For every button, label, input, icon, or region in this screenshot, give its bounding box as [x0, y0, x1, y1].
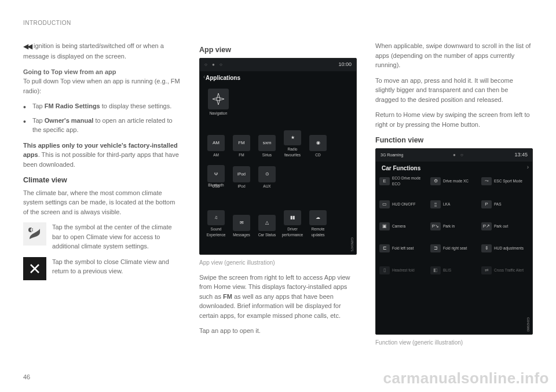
paragraph: The climate bar, where the most common c… — [23, 188, 181, 217]
func-headrest: ▯Headrest fold — [379, 266, 427, 274]
app-grid: Navigation — [204, 84, 352, 116]
column-3: When applicable, swipe downward to scrol… — [375, 41, 533, 353]
func-label: BLIS — [443, 268, 451, 273]
app-driver-perf: ▮▮Driver performance — [281, 210, 304, 238]
app-label: AUX — [263, 184, 270, 189]
cloud-icon: ☁ — [309, 210, 327, 226]
func-label: PAS — [494, 202, 502, 207]
status-bar: 3G Roaming ● ○ 13:45 — [376, 149, 532, 162]
app-sirius: sxmSirius — [255, 130, 279, 158]
func-row: EECO Drive mode ECO ⚙Drive mode XC ⤳ESC … — [379, 175, 529, 187]
app-am: AMAM — [204, 130, 228, 158]
text: ignition is being started/switched off o… — [23, 42, 164, 60]
image-code: G050471 — [349, 237, 354, 252]
func-label: Headrest fold — [392, 268, 415, 273]
subheading-label: Going to Top view from an app — [23, 68, 116, 75]
app-row-inputs: ΨUSB iPodiPod ⊙AUX — [204, 162, 352, 189]
app-label: Messages — [233, 232, 250, 238]
app-sound: ♫Sound Experience — [204, 210, 228, 238]
func-park-out: P↗Park out — [481, 222, 529, 230]
climate-close-row: Tap the symbol to close Climate view and… — [23, 257, 181, 280]
esc-icon: ⤳ — [481, 177, 492, 185]
caption-app-view: App view (generic illustration) — [199, 258, 357, 267]
func-label: HUD ON/OFF — [392, 202, 415, 207]
app-label: Remote updates — [306, 226, 330, 238]
seat-left-icon: ⊏ — [379, 244, 390, 252]
sirius-icon: sxm — [258, 135, 276, 151]
app-label: USB — [212, 184, 220, 189]
func-esc: ⤳ESC Sport Mode — [481, 175, 529, 187]
app-label: Driver performance — [281, 226, 304, 238]
lka-icon: ¦¦ — [430, 200, 441, 208]
seat-right-icon: ⊐ — [430, 244, 441, 252]
close-icon — [23, 257, 46, 280]
app-messages: ✉Messages — [230, 210, 253, 238]
drive-icon: ⚙ — [430, 177, 441, 185]
func-label: Park out — [494, 224, 508, 229]
eco-icon: E — [379, 177, 390, 185]
compass-icon — [208, 89, 229, 109]
column-1: ◀◀ignition is being started/switched off… — [23, 41, 181, 353]
app-label: Sound Experience — [204, 226, 228, 238]
status-bar: ○ ● ○ 10:00 — [200, 58, 356, 71]
bullet-list: Tap FM Radio Settings to display these s… — [23, 101, 181, 135]
page-dots: ○ ● ○ — [204, 61, 224, 68]
app-usb: ΨUSB — [204, 162, 228, 189]
func-hud-adj: ⇕HUD adjustments — [481, 244, 529, 252]
func-fold-right: ⊐Fold right seat — [430, 244, 478, 252]
app-radio-fav: ★Radio favourites — [281, 130, 304, 158]
app-car-status: △Car Status — [255, 210, 279, 238]
app-label: CD — [315, 152, 320, 158]
func-drive-xc: ⚙Drive mode XC — [430, 175, 478, 187]
app-fm: FMFM — [230, 130, 253, 158]
bold-term: FM Radio Settings — [45, 102, 100, 109]
ipod-icon: iPod — [233, 166, 250, 182]
text: Tap — [32, 102, 45, 109]
text: to display these settings. — [100, 102, 172, 109]
app-label: AM — [213, 152, 219, 158]
func-label: Cross Traffic Alert — [494, 268, 524, 273]
disc-icon: ◉ — [309, 135, 327, 151]
paragraph: This applies only to your vehicle's fact… — [23, 141, 181, 170]
func-label: ESC Sport Mode — [494, 178, 522, 184]
status-text: 3G Roaming — [381, 153, 403, 157]
bullet-item: Tap Owner's manual to open an article re… — [23, 116, 181, 135]
fm-icon: FM — [233, 135, 250, 151]
aux-icon: ⊙ — [258, 166, 276, 182]
func-fold-left: ⊏Fold left seat — [379, 244, 427, 252]
function-buttons: EECO Drive mode ECO ⚙Drive mode XC ⤳ESC … — [379, 175, 529, 289]
usb-icon: Ψ — [207, 166, 225, 182]
app-label: iPod — [237, 184, 245, 189]
app-view-screenshot: ○ ● ○ 10:00 ‹ Applications Navigation AM… — [199, 58, 357, 255]
content-columns: ◀◀ignition is being started/switched off… — [23, 41, 533, 353]
am-icon: AM — [207, 135, 225, 151]
func-label: Fold left seat — [392, 246, 414, 251]
text: Tap — [32, 117, 45, 124]
speaker-icon: ♫ — [207, 210, 225, 226]
text: Tap the symbol to close Climate view and… — [52, 257, 181, 276]
column-2: App view ○ ● ○ 10:00 ‹ Applications Navi… — [199, 41, 357, 353]
func-eco: EECO Drive mode ECO — [379, 175, 427, 187]
app-cd: ◉CD — [306, 130, 330, 158]
app-navigation: Navigation — [204, 84, 232, 116]
app-row-utilities: ♫Sound Experience ✉Messages △Car Status … — [204, 210, 352, 238]
climate-open-row: Tap the symbol at the center of the clim… — [23, 222, 181, 251]
text: Tap the symbol at the center of the clim… — [52, 222, 181, 251]
camera-icon: ▣ — [379, 222, 390, 230]
paragraph: Tap an app to open it. — [199, 326, 357, 336]
continued-paragraph: ◀◀ignition is being started/switched off… — [23, 41, 181, 61]
app-label: FM — [239, 152, 244, 158]
app-remote-updates: ☁Remote updates — [306, 210, 330, 238]
func-row: ▣Camera P↘Park in P↗Park out — [379, 222, 529, 230]
heading-function-view: Function view — [375, 135, 533, 146]
screen-title: Applications — [206, 74, 240, 82]
continuation-icon: ◀◀ — [23, 42, 34, 50]
heading-app-view: App view — [199, 45, 357, 56]
bullet-item: Tap FM Radio Settings to display these s… — [23, 101, 181, 111]
heading-climate-view: Climate view — [23, 175, 181, 186]
cta-icon: ⇄ — [481, 266, 492, 274]
bold-term: Owner's manual — [45, 117, 94, 124]
func-row: ▯Headrest fold ◧BLIS ⇄Cross Traffic Aler… — [379, 266, 529, 274]
app-label: Radio favourites — [281, 146, 304, 158]
chart-icon: ▮▮ — [284, 210, 301, 226]
